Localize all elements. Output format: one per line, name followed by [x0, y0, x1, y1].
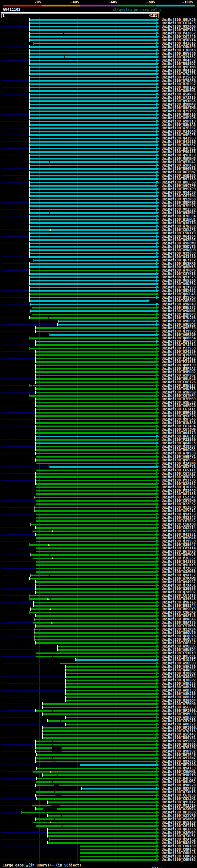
legend-part: (in Query)/	[28, 863, 52, 867]
alignment-bar	[43, 703, 156, 705]
alignment-bar	[48, 829, 156, 830]
alignment-arrowhead-icon	[156, 296, 159, 299]
alignment-arrowhead-icon	[156, 52, 159, 55]
alignment-bar	[43, 707, 156, 708]
alignment-bar	[36, 388, 156, 390]
alignment-bar	[66, 717, 156, 718]
alignment-arrowhead-icon	[156, 584, 159, 587]
alignment-arrowhead-icon	[156, 360, 159, 363]
alignment-gap-line	[54, 785, 59, 785]
alignment-arrowhead-icon	[156, 323, 159, 326]
alignment-bar	[66, 680, 156, 681]
alignment-arrowhead-icon	[156, 750, 159, 753]
alignment-arrowhead-icon	[156, 235, 159, 238]
alignment-bar	[36, 341, 156, 342]
alignment-arrowhead-icon	[156, 28, 159, 31]
alignment-arrowhead-icon	[156, 103, 159, 106]
subject-gap-notch	[32, 385, 33, 386]
query-gap-marker-icon: ▲	[50, 770, 52, 773]
alignment-bar	[43, 737, 156, 739]
alignment-bar	[80, 856, 156, 857]
alignment-arrowhead-icon	[156, 113, 159, 116]
alignment-arrowhead-icon	[156, 763, 159, 766]
alignment-arrowhead-icon	[156, 618, 159, 621]
alignment-arrowhead-icon	[156, 22, 159, 25]
query-gap-marker-icon: ▲	[48, 544, 50, 546]
identity-scale-segment	[80, 5, 118, 6]
alignment-bar	[66, 686, 156, 688]
alignment-arrowhead-icon	[156, 553, 159, 556]
alignment-arrowhead-icon	[156, 614, 159, 617]
alignment-arrowhead-icon	[156, 821, 159, 824]
alignment-arrowhead-icon	[156, 608, 159, 611]
alignment-arrowhead-icon	[156, 838, 159, 841]
alignment-bar	[36, 378, 156, 380]
alignment-bar	[36, 561, 156, 563]
alignment-bar	[30, 219, 156, 220]
alignment-arrowhead-icon	[156, 669, 159, 672]
alignment-arrowhead-icon	[156, 66, 159, 69]
alignment-arrowhead-icon	[156, 594, 159, 597]
alignment-arrowhead-icon	[156, 133, 159, 136]
alignment-bar	[60, 662, 156, 664]
alignment-bar	[36, 520, 156, 522]
alignment-arrowhead-icon	[156, 831, 159, 834]
alignment-arrowhead-icon	[156, 177, 159, 180]
alignment-bar	[36, 470, 156, 471]
alignment-bar	[36, 757, 156, 759]
alignment-arrowhead-icon	[156, 814, 159, 817]
alignment-bar	[30, 141, 156, 143]
alignment-arrowhead-icon	[156, 570, 159, 573]
alignment-arrowhead-icon	[156, 218, 159, 221]
alignment-arrowhead-icon	[156, 459, 159, 462]
alignment-bar	[36, 449, 156, 451]
alignment-arrowhead-icon	[156, 384, 159, 387]
alignment-arrowhead-icon	[156, 624, 159, 627]
alignment-arrowhead-icon	[156, 380, 159, 384]
alignment-arrowhead-icon	[156, 337, 159, 340]
alignment-bar	[58, 649, 156, 651]
alignment-bar	[43, 727, 156, 728]
alignment-bar	[36, 432, 156, 434]
alignment-arrowhead-icon	[156, 86, 159, 89]
alignment-bar	[36, 419, 156, 420]
alignment-bar	[36, 371, 156, 373]
alignment-arrowhead-icon	[156, 634, 159, 638]
alignment-bar	[36, 436, 156, 437]
alignment-arrowhead-icon	[156, 845, 159, 848]
alignment-arrowhead-icon	[156, 374, 159, 377]
alignment-bar	[66, 673, 156, 674]
alignment-arrowhead-icon	[156, 327, 159, 330]
alignment-arrowhead-icon	[156, 547, 159, 550]
alignment-arrowhead-icon	[156, 431, 159, 434]
alignment-bar	[37, 778, 156, 779]
alignment-arrowhead-icon	[156, 652, 159, 655]
alignment-arrowhead-icon	[156, 621, 159, 624]
alignment-arrowhead-icon	[156, 370, 159, 373]
alignment-bar	[30, 172, 156, 173]
identity-scale-tick-label: ~40%	[70, 0, 79, 4]
alignment-bar	[30, 232, 156, 234]
alignment-arrowhead-icon	[156, 496, 159, 499]
alignment-bar	[30, 80, 156, 82]
alignment-arrowhead-icon	[156, 205, 159, 208]
alignment-bar	[30, 253, 156, 254]
alignment-bar	[30, 124, 156, 126]
alignment-arrowhead-icon	[156, 672, 159, 675]
alignment-bar	[30, 56, 156, 58]
alignment-bar	[36, 568, 156, 569]
alignment-arrowhead-icon	[156, 211, 159, 214]
alignment-arrowhead-icon	[156, 106, 159, 109]
alignment-arrowhead-icon	[156, 238, 159, 241]
alignment-arrowhead-icon	[156, 713, 159, 716]
subject-gap-notch	[64, 56, 65, 58]
query-gap-marker-icon: ▲	[49, 228, 51, 231]
alignment-bar	[36, 588, 156, 590]
alignment-bar	[30, 134, 156, 136]
alignment-bar	[36, 581, 156, 583]
alignment-bar	[30, 33, 156, 34]
alignment-arrowhead-icon	[156, 777, 159, 780]
alignment-arrowhead-icon	[156, 516, 159, 519]
alignment-bar	[80, 852, 156, 854]
alignment-bar	[66, 670, 156, 671]
